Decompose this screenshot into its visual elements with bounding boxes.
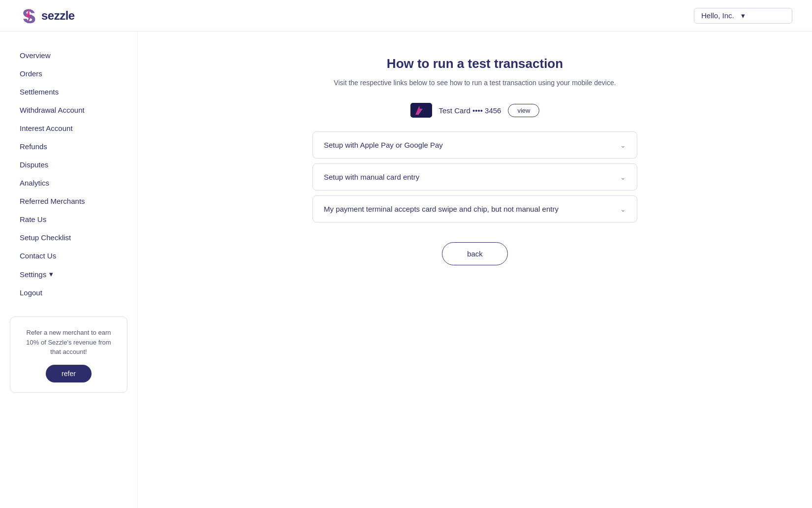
header: sezzle Hello, Inc. ▾ — [0, 0, 812, 32]
sidebar-item-contact-us[interactable]: Contact Us — [0, 247, 137, 265]
sidebar-item-analytics[interactable]: Analytics — [0, 174, 137, 192]
sezzle-logo-icon — [20, 7, 37, 25]
sidebar-item-setup-checklist[interactable]: Setup Checklist — [0, 228, 137, 247]
logo-text: sezzle — [41, 9, 75, 23]
chevron-down-icon: ▾ — [741, 11, 745, 20]
sidebar-item-disputes[interactable]: Disputes — [0, 156, 137, 174]
layout: Overview Orders Settlements Withdrawal A… — [0, 32, 812, 508]
card-logo-icon — [410, 103, 432, 118]
settings-chevron-icon: ▾ — [49, 270, 53, 279]
accordion-item-terminal-swipe[interactable]: My payment terminal accepts card swipe a… — [312, 195, 637, 222]
card-name: Test Card •••• 3456 — [439, 106, 501, 115]
view-card-button[interactable]: view — [508, 104, 539, 117]
accordion-container: Setup with Apple Pay or Google Pay ⌄ Set… — [312, 131, 637, 227]
sidebar-item-orders[interactable]: Orders — [0, 64, 137, 83]
sidebar-item-settlements[interactable]: Settlements — [0, 83, 137, 101]
accordion-item-manual-card[interactable]: Setup with manual card entry ⌄ — [312, 163, 637, 190]
back-button[interactable]: back — [442, 242, 508, 265]
account-selector[interactable]: Hello, Inc. ▾ — [694, 8, 792, 24]
sidebar-item-refunds[interactable]: Refunds — [0, 137, 137, 156]
refer-card: Refer a new merchant to earn 10% of Sezz… — [10, 317, 127, 393]
main-content: How to run a test transaction Visit the … — [138, 32, 812, 508]
sidebar-item-logout[interactable]: Logout — [0, 284, 137, 302]
account-label: Hello, Inc. — [701, 11, 734, 20]
accordion-label-terminal-swipe: My payment terminal accepts card swipe a… — [324, 205, 559, 213]
sidebar-item-settings[interactable]: Settings ▾ — [0, 265, 137, 284]
accordion-item-apple-google-pay[interactable]: Setup with Apple Pay or Google Pay ⌄ — [312, 131, 637, 159]
sidebar-item-withdrawal-account[interactable]: Withdrawal Account — [0, 101, 137, 119]
refer-button[interactable]: refer — [46, 365, 92, 382]
chevron-down-icon: ⌄ — [620, 205, 626, 213]
accordion-label-manual-card: Setup with manual card entry — [324, 173, 419, 181]
sidebar-item-interest-account[interactable]: Interest Account — [0, 119, 137, 137]
page-title: How to run a test transaction — [387, 56, 563, 71]
sidebar-item-rate-us[interactable]: Rate Us — [0, 210, 137, 228]
chevron-down-icon: ⌄ — [620, 173, 626, 181]
accordion-label-apple-google-pay: Setup with Apple Pay or Google Pay — [324, 141, 443, 149]
settings-label: Settings — [20, 270, 46, 279]
page-subtitle: Visit the respective links below to see … — [334, 77, 616, 88]
card-display: Test Card •••• 3456 view — [410, 103, 540, 118]
sidebar: Overview Orders Settlements Withdrawal A… — [0, 32, 138, 508]
sidebar-item-overview[interactable]: Overview — [0, 46, 137, 64]
chevron-down-icon: ⌄ — [620, 141, 626, 149]
logo: sezzle — [20, 7, 75, 25]
sidebar-item-referred-merchants[interactable]: Referred Merchants — [0, 192, 137, 210]
refer-card-text: Refer a new merchant to earn 10% of Sezz… — [20, 328, 117, 357]
card-icon — [410, 103, 432, 118]
